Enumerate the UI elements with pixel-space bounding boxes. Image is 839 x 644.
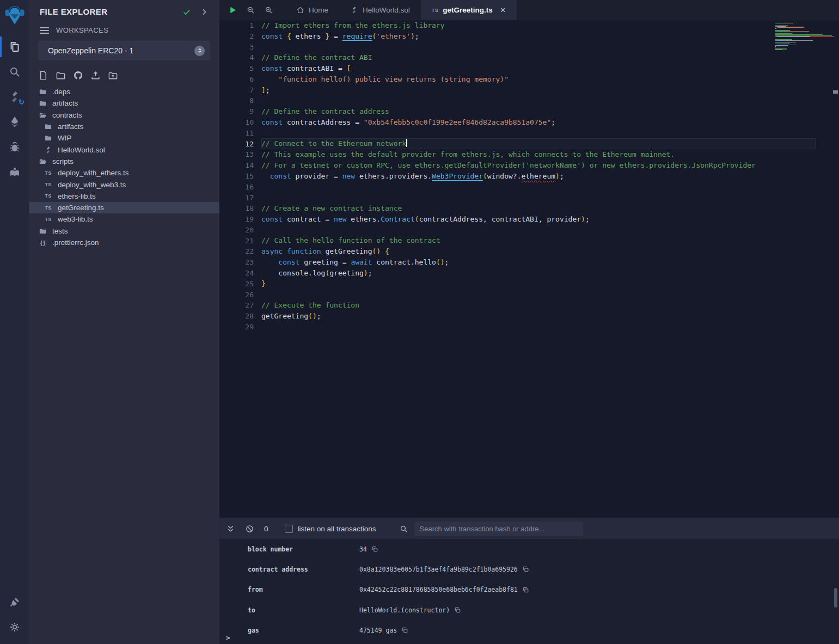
zoom-out-button[interactable] bbox=[242, 0, 260, 20]
tab-label: HelloWorld.sol bbox=[363, 6, 410, 14]
sidebar-item-settings[interactable] bbox=[0, 615, 29, 640]
terminal-scrollbar[interactable] bbox=[834, 588, 837, 608]
workspaces-menu-icon[interactable] bbox=[40, 27, 49, 34]
line-number: 19 bbox=[219, 214, 254, 225]
code-line[interactable]: // Import ethers from the ethers.js libr… bbox=[261, 20, 816, 31]
code-line[interactable]: "function hello() public view returns (s… bbox=[261, 74, 816, 85]
code-line[interactable]: const contract = new ethers.Contract(con… bbox=[261, 214, 816, 225]
tree-folder-contracts[interactable]: contracts bbox=[29, 109, 219, 121]
code-line[interactable]: // Execute the function bbox=[261, 300, 816, 311]
tree-file-.prettierrc.json[interactable]: { }.prettierrc.json bbox=[29, 237, 219, 248]
sidebar-item-learneth[interactable] bbox=[0, 160, 29, 185]
code-line[interactable]: getGreeting(); bbox=[261, 311, 816, 322]
copy-icon[interactable] bbox=[371, 545, 378, 553]
tab-getGreeting.ts[interactable]: TSgetGreeting.ts× bbox=[421, 0, 517, 20]
code-line[interactable]: } bbox=[261, 278, 816, 289]
line-number: 15 bbox=[219, 171, 254, 182]
code-line[interactable]: // Define the contract ABI bbox=[261, 52, 816, 63]
compiler-refresh-icon: ↻ bbox=[19, 98, 25, 106]
workspace-select[interactable]: OpenZeppelin ERC20 - 1 bbox=[38, 41, 210, 60]
github-clone-icon[interactable] bbox=[72, 70, 84, 81]
upload-file-icon[interactable] bbox=[90, 70, 101, 81]
listen-transactions-label: listen on all transactions bbox=[298, 525, 376, 533]
tab-HelloWorld.sol[interactable]: HelloWorld.sol bbox=[339, 0, 421, 20]
code-line[interactable] bbox=[261, 225, 816, 236]
code-line[interactable]: const greeting = await contract.hello(); bbox=[261, 257, 816, 268]
copy-icon[interactable] bbox=[522, 566, 529, 573]
sidebar-item-plugin-manager[interactable] bbox=[0, 590, 29, 615]
folder-open-icon bbox=[38, 111, 47, 119]
zoom-out-icon bbox=[246, 5, 255, 15]
code-line[interactable] bbox=[261, 192, 816, 203]
tree-folder-artifacts[interactable]: artifacts bbox=[29, 121, 219, 132]
check-icon[interactable] bbox=[182, 8, 191, 16]
run-script-button[interactable] bbox=[224, 0, 242, 20]
chevron-right-icon[interactable] bbox=[200, 8, 209, 16]
workspaces-label: WORKSPACES bbox=[56, 26, 108, 34]
tab-label: getGreeting.ts bbox=[443, 6, 493, 14]
close-tab-icon[interactable]: × bbox=[500, 5, 506, 15]
tree-folder-tests[interactable]: tests bbox=[29, 225, 219, 237]
code-line[interactable]: async function getGreeting() { bbox=[261, 246, 816, 257]
sidebar-item-solidity-compiler[interactable]: ↻ bbox=[0, 84, 29, 109]
copy-icon[interactable] bbox=[401, 627, 408, 634]
workspace-select-arrows-icon bbox=[194, 46, 205, 56]
code-lines[interactable]: // Import ethers from the ethers.js libr… bbox=[261, 20, 816, 332]
code-area[interactable]: 1234567891011121314151617181920212223242… bbox=[219, 20, 839, 517]
clear-console-icon[interactable] bbox=[245, 524, 254, 533]
code-line[interactable]: console.log(greeting); bbox=[261, 268, 816, 279]
tree-file-web3-lib.ts[interactable]: TSweb3-lib.ts bbox=[29, 213, 219, 225]
code-line[interactable]: const provider = new ethers.providers.We… bbox=[261, 171, 816, 182]
code-line[interactable]: const { ethers } = require('ethers'); bbox=[261, 31, 816, 42]
code-line[interactable] bbox=[261, 321, 816, 332]
copy-icon[interactable] bbox=[522, 586, 529, 593]
remix-logo-icon[interactable] bbox=[3, 2, 27, 29]
code-line[interactable]: // Call the hello function of the contra… bbox=[261, 235, 816, 246]
copy-icon[interactable] bbox=[454, 606, 461, 614]
upload-folder-icon[interactable] bbox=[107, 70, 119, 81]
code-line[interactable]: // Connect to the Ethereum network bbox=[261, 138, 816, 149]
tree-file-deploy_with_ethers.ts[interactable]: TSdeploy_with_ethers.ts bbox=[29, 167, 219, 179]
code-line[interactable] bbox=[261, 42, 816, 53]
sidebar-item-file-explorer[interactable] bbox=[0, 34, 29, 59]
tree-folder-WIP[interactable]: WIP bbox=[29, 132, 219, 144]
tree-item-label: tests bbox=[52, 227, 68, 235]
code-line[interactable] bbox=[261, 181, 816, 192]
editor-tabbar: HomeHelloWorld.solTSgetGreeting.ts× bbox=[219, 0, 839, 20]
sidebar-item-debugger[interactable] bbox=[0, 134, 29, 160]
terminal-prompt[interactable]: > bbox=[226, 634, 230, 642]
code-line[interactable]: // For a testnet or custom RPC, use ethe… bbox=[261, 160, 816, 171]
tree-folder-scripts[interactable]: scripts bbox=[29, 156, 219, 167]
code-line[interactable] bbox=[261, 128, 816, 139]
code-line[interactable]: const contractAddress = "0xb54febb5c0c0f… bbox=[261, 117, 816, 128]
collapse-terminal-icon[interactable] bbox=[226, 524, 235, 533]
terminal-search-input[interactable] bbox=[414, 522, 583, 536]
zoom-in-button[interactable] bbox=[260, 0, 278, 20]
sidebar-item-search[interactable] bbox=[0, 59, 29, 84]
tab-Home[interactable]: Home bbox=[285, 0, 339, 20]
minimap[interactable] bbox=[775, 22, 834, 52]
code-line[interactable] bbox=[261, 95, 816, 106]
listen-transactions-checkbox[interactable] bbox=[285, 525, 293, 533]
line-number: 10 bbox=[219, 117, 254, 128]
code-line[interactable]: ]; bbox=[261, 85, 816, 96]
tree-file-getGreeting.ts[interactable]: TSgetGreeting.ts bbox=[29, 202, 219, 213]
tree-file-deploy_with_web3.ts[interactable]: TSdeploy_with_web3.ts bbox=[29, 179, 219, 190]
code-line[interactable]: // Create a new contract instance bbox=[261, 203, 816, 214]
sidebar-item-deploy-run[interactable] bbox=[0, 109, 29, 134]
ts-icon: TS bbox=[44, 217, 53, 222]
code-line[interactable] bbox=[261, 289, 816, 300]
tree-file-HelloWorld.sol[interactable]: HelloWorld.sol bbox=[29, 144, 219, 155]
transaction-details: block number34contract address0x8a120383… bbox=[219, 539, 839, 640]
code-line[interactable]: // This example uses the default provide… bbox=[261, 149, 816, 160]
ts-icon: TS bbox=[432, 8, 439, 13]
tree-file-ethers-lib.ts[interactable]: TSethers-lib.ts bbox=[29, 191, 219, 202]
detail-label: gas bbox=[248, 627, 359, 634]
new-file-icon[interactable] bbox=[38, 70, 49, 81]
code-line[interactable]: const contractABI = [ bbox=[261, 63, 816, 74]
tree-folder-artifacts[interactable]: artifacts bbox=[29, 97, 219, 109]
tree-item-label: HelloWorld.sol bbox=[58, 146, 105, 154]
tree-folder-.deps[interactable]: .deps bbox=[29, 86, 219, 97]
code-line[interactable]: // Define the contract address bbox=[261, 106, 816, 117]
new-folder-icon[interactable] bbox=[55, 70, 66, 81]
